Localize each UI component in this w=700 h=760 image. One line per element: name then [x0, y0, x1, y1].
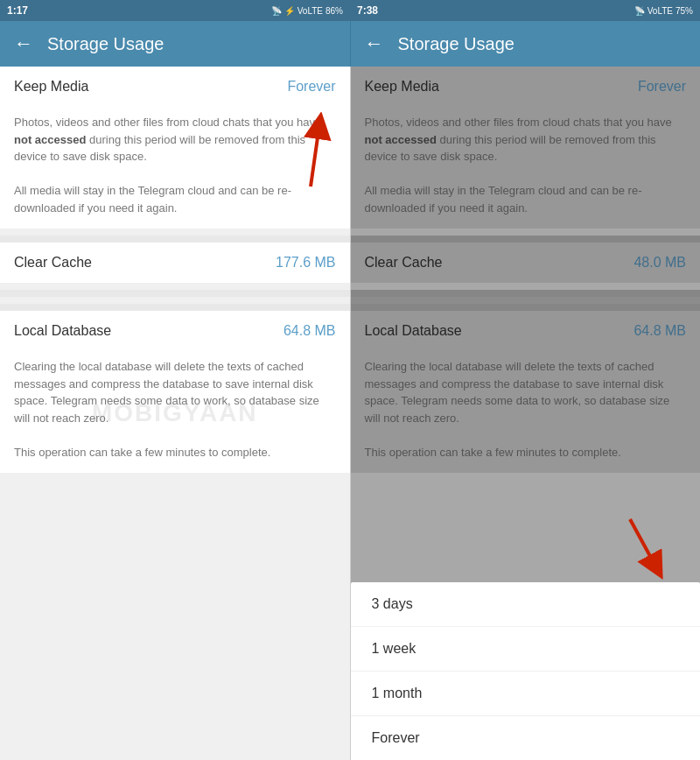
left-keep-media-section: Keep Media Forever Photos, videos and ot…	[0, 67, 350, 229]
left-local-db-section: Local Database 64.8 MB Clearing the loca…	[0, 311, 350, 473]
left-app-header: ← Storage Usage	[0, 21, 350, 67]
left-status-icons: 📡 ⚡ VoLTE 86%	[271, 6, 343, 16]
left-divider-2	[0, 290, 350, 297]
left-clear-cache-row[interactable]: Clear Cache 177.6 MB	[0, 243, 350, 283]
left-local-db-desc: Clearing the local database will delete …	[0, 351, 350, 473]
right-status-bar: 7:38 📡 VoLTE 75%	[350, 0, 700, 21]
right-page-title: Storage Usage	[398, 34, 514, 54]
left-keep-media-row[interactable]: Keep Media Forever	[0, 67, 350, 107]
dropdown-item-1month[interactable]: 1 month	[351, 672, 701, 716]
left-keep-media-label: Keep Media	[14, 79, 88, 95]
dropdown-menu: 3 days 1 week 1 month Forever	[351, 582, 701, 760]
left-status-bar: 1:17 📡 ⚡ VoLTE 86%	[0, 0, 350, 21]
left-divider-1	[0, 236, 350, 243]
dropdown-item-3days[interactable]: 3 days	[351, 582, 701, 627]
left-divider-3	[0, 304, 350, 311]
dropdown-item-forever[interactable]: Forever	[351, 716, 701, 760]
left-clear-cache-label: Clear Cache	[14, 255, 92, 271]
right-app-header: ← Storage Usage	[351, 21, 701, 67]
left-keep-media-desc: Photos, videos and other files from clou…	[0, 107, 350, 229]
left-clear-cache-value: 177.6 MB	[276, 255, 335, 271]
left-clear-cache-section: Clear Cache 177.6 MB	[0, 243, 350, 283]
dropdown-item-1week[interactable]: 1 week	[351, 627, 701, 672]
right-time: 7:38	[357, 4, 378, 17]
left-spacer	[0, 297, 350, 304]
right-panel: Keep Media Forever Photos, videos and ot…	[351, 67, 701, 760]
right-back-button[interactable]: ←	[365, 32, 384, 55]
left-keep-media-value: Forever	[287, 79, 335, 95]
right-status-icons: 📡 VoLTE 75%	[634, 6, 693, 16]
left-back-button[interactable]: ←	[14, 32, 33, 55]
left-local-db-label: Local Database	[14, 323, 111, 339]
left-local-db-value: 64.8 MB	[284, 323, 336, 339]
left-time: 1:17	[7, 4, 28, 17]
left-local-db-row[interactable]: Local Database 64.8 MB	[0, 311, 350, 351]
left-panel: Keep Media Forever Photos, videos and ot…	[0, 67, 350, 760]
left-page-title: Storage Usage	[47, 34, 164, 54]
